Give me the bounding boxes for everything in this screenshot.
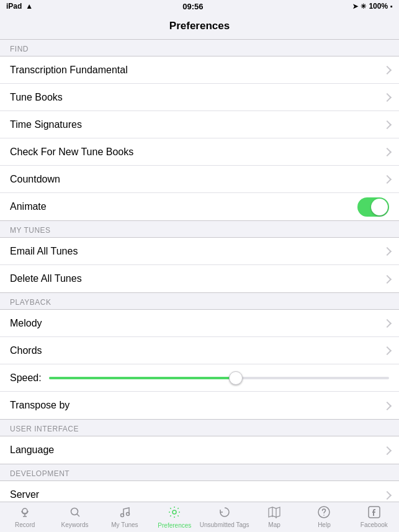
svg-point-0: [22, 508, 27, 513]
row-right: [384, 402, 389, 410]
speed-slider[interactable]: [49, 377, 389, 379]
row-label: Animate: [10, 201, 47, 212]
battery-icon: ▪: [390, 2, 393, 10]
row-label: Time Signatures: [10, 119, 82, 130]
table-row[interactable]: Email All Tunes: [0, 238, 399, 265]
row-label: Delete All Tunes: [10, 273, 82, 284]
row-right: [384, 120, 389, 128]
row-label: Transcription Fundamental: [10, 65, 128, 76]
my-tunes-icon: [119, 506, 131, 520]
bluetooth-icon: ✳: [361, 2, 366, 11]
svg-point-7: [173, 510, 176, 514]
chevron-right-icon: [384, 148, 389, 156]
tab-item-unsubmitted-tags[interactable]: Unsubmitted Tags: [200, 502, 249, 532]
row-label: Email All Tunes: [10, 246, 78, 257]
tab-item-preferences[interactable]: Preferences: [150, 502, 199, 532]
row-label: Check For New Tune Books: [10, 147, 133, 158]
record-tab-label: Record: [15, 521, 35, 528]
table-row[interactable]: Transpose by: [0, 392, 399, 419]
row-label: Language: [10, 444, 54, 456]
status-right: ➤ ✳ 100% ▪: [352, 2, 393, 11]
map-icon: [268, 506, 280, 520]
table-row[interactable]: Check For New Tune Books: [0, 138, 399, 166]
table-row[interactable]: Transcription Fundamental: [0, 56, 399, 84]
table-row[interactable]: Chords: [0, 337, 399, 364]
chevron-right-icon: [384, 491, 389, 499]
table-row[interactable]: Countdown: [0, 166, 399, 193]
section-header-2: PLAYBACK: [0, 293, 399, 309]
help-tab-label: Help: [318, 521, 331, 528]
row-right: [384, 346, 389, 354]
tab-item-record[interactable]: Record: [0, 502, 50, 532]
chevron-right-icon: [384, 175, 389, 183]
chevron-right-icon: [384, 66, 389, 74]
page-title: Preferences: [169, 20, 230, 32]
svg-point-5: [120, 514, 123, 517]
status-time: 09:56: [182, 2, 203, 11]
row-right: [384, 247, 389, 255]
svg-point-6: [126, 513, 129, 516]
keywords-tab-label: Keywords: [61, 521, 89, 528]
table-section-3: Language: [0, 436, 399, 464]
slider-fill: [49, 377, 236, 379]
chevron-right-icon: [384, 93, 389, 101]
section-header-1: MY TUNES: [0, 221, 399, 237]
section-header-3: USER INTERFACE: [0, 420, 399, 436]
svg-point-3: [71, 508, 78, 515]
row-right: [384, 66, 389, 74]
row-label: Transpose by: [10, 400, 69, 411]
status-bar: iPad ▲ 09:56 ➤ ✳ 100% ▪: [0, 0, 399, 12]
section-header-4: DEVELOPMENT: [0, 464, 399, 480]
row-right: [357, 197, 389, 217]
toggle-knob: [371, 199, 388, 215]
table-row[interactable]: Tune Books: [0, 84, 399, 111]
row-right: [384, 491, 389, 499]
table-row[interactable]: Animate: [0, 193, 399, 220]
row-right: [384, 93, 389, 101]
animate-toggle[interactable]: [357, 197, 389, 217]
svg-point-11: [324, 515, 325, 516]
tab-item-keywords[interactable]: Keywords: [50, 502, 99, 532]
tab-bar: Record Keywords My Tunes Preferences Uns…: [0, 502, 399, 532]
tab-item-map[interactable]: Map: [249, 502, 299, 532]
content-area: FINDTranscription FundamentalTune BooksT…: [0, 40, 399, 502]
chevron-right-icon: [384, 402, 389, 410]
facebook-icon: [368, 506, 380, 520]
unsubmitted-tags-icon: [218, 506, 231, 520]
slider-thumb[interactable]: [229, 371, 243, 385]
preferences-tab-label: Preferences: [158, 522, 191, 529]
table-row[interactable]: Language: [0, 436, 399, 464]
facebook-tab-label: Facebook: [361, 521, 388, 528]
row-right: [384, 148, 389, 156]
help-icon: [318, 506, 330, 520]
row-right: [384, 175, 389, 183]
unsubmitted-tags-tab-label: Unsubmitted Tags: [200, 521, 249, 528]
table-section-1: Email All TunesDelete All Tunes: [0, 237, 399, 293]
navigation-bar: Preferences: [0, 12, 399, 40]
location-icon: ➤: [352, 2, 358, 11]
table-section-0: Transcription FundamentalTune BooksTime …: [0, 56, 399, 221]
tab-item-facebook[interactable]: Facebook: [349, 502, 399, 532]
chevron-right-icon: [384, 247, 389, 255]
my-tunes-tab-label: My Tunes: [111, 521, 138, 528]
svg-line-4: [77, 514, 79, 516]
table-row[interactable]: Time Signatures: [0, 111, 399, 138]
tab-item-help[interactable]: Help: [299, 502, 349, 532]
chevron-right-icon: [384, 275, 389, 283]
row-label: Countdown: [10, 174, 60, 185]
row-right: [384, 319, 389, 327]
table-row[interactable]: Melody: [0, 310, 399, 337]
status-left: iPad ▲: [6, 2, 33, 11]
row-label: Tune Books: [10, 92, 63, 103]
table-row[interactable]: Delete All Tunes: [0, 265, 399, 292]
record-icon: [19, 506, 31, 520]
tab-item-my-tunes[interactable]: My Tunes: [100, 502, 150, 532]
map-tab-label: Map: [268, 521, 280, 528]
section-header-0: FIND: [0, 40, 399, 56]
chevron-right-icon: [384, 446, 389, 454]
speed-slider-row[interactable]: Speed:: [0, 364, 399, 392]
row-label: Chords: [10, 345, 42, 356]
table-section-2: MelodyChords Speed: Transpose by: [0, 309, 399, 420]
wifi-icon: ▲: [25, 2, 33, 11]
table-row[interactable]: Server: [0, 481, 399, 502]
